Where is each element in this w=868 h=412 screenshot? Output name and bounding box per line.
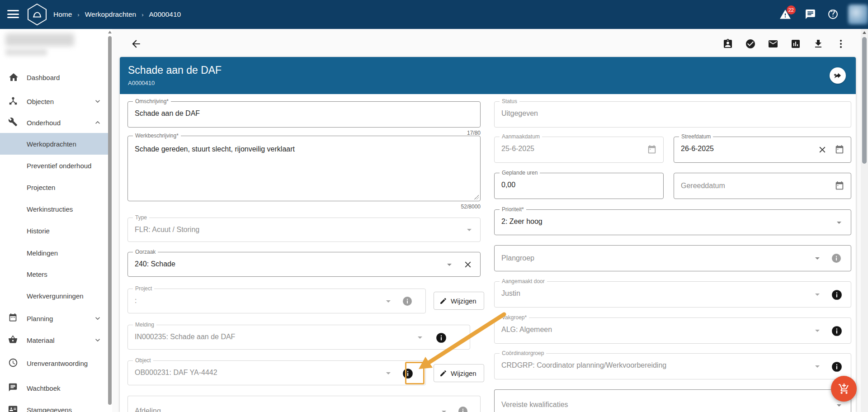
- user-avatar[interactable]: [848, 5, 868, 24]
- resize-grip-icon[interactable]: [474, 195, 479, 199]
- gereeddatum-field[interactable]: Gereeddatum: [674, 173, 851, 199]
- sidebar-scrollbar[interactable]: [108, 29, 112, 412]
- app-logo-icon[interactable]: [26, 3, 48, 28]
- scroll-up-arrow-icon[interactable]: [108, 31, 112, 33]
- forward-add-button[interactable]: [830, 67, 846, 84]
- chevron-right-icon: ›: [77, 11, 79, 18]
- sidebar-item-werkopdrachten[interactable]: Werkopdrachten: [0, 133, 108, 155]
- warning-notifications-icon[interactable]: 22: [779, 9, 791, 20]
- info-icon-disabled[interactable]: [402, 296, 413, 307]
- dropdown-caret-icon[interactable]: [812, 253, 823, 264]
- menu-icon[interactable]: [7, 10, 19, 19]
- werkbeschrijving-field[interactable]: Werkbeschrijving* Schade gereden, stuurt…: [127, 136, 481, 201]
- sidebar-item-werkinstructies[interactable]: Werkinstructies: [0, 198, 108, 220]
- breadcrumb-werkopdrachten[interactable]: Werkopdrachten: [85, 10, 136, 19]
- notification-badge: 22: [787, 5, 796, 14]
- sidebar-item-planning[interactable]: Planning: [0, 308, 108, 329]
- dropdown-caret-icon: [812, 289, 823, 300]
- sidebar-item-urenverantwoording[interactable]: Urenverantwoording: [0, 352, 108, 374]
- calendar-picker-icon[interactable]: [835, 181, 844, 191]
- scrollbar-thumb[interactable]: [108, 36, 112, 405]
- clock-icon: [8, 358, 19, 369]
- object-wijzigen-button[interactable]: Wijzigen: [434, 364, 484, 382]
- aangemaakt-door-info-icon[interactable]: [831, 289, 842, 300]
- oorzaak-select[interactable]: Oorzaak 240: Schade: [127, 252, 481, 277]
- scroll-up-arrow-icon[interactable]: [863, 31, 866, 34]
- page-scrollbar[interactable]: [861, 29, 868, 412]
- coordinatorgroep-select: Coördinatorgroep CRDGRP: Coordinator pla…: [494, 353, 851, 379]
- company-logo-redacted: [5, 33, 74, 46]
- basket-icon: [8, 335, 19, 346]
- topbar: Home › Werkopdrachten › A0000410 22: [0, 0, 868, 29]
- object-select: Object OB000231: DAF YA-4442: [127, 360, 426, 385]
- wrench-icon: [8, 117, 19, 128]
- melding-info-icon[interactable]: [435, 332, 446, 343]
- status-field: Status Uitgegeven: [494, 101, 851, 128]
- info-icon-disabled[interactable]: [831, 253, 842, 264]
- info-icon-disabled[interactable]: [458, 406, 468, 412]
- app-root: Home › Werkopdrachten › A0000410 22 Da: [0, 0, 868, 412]
- company-logo-redacted: [5, 49, 47, 56]
- chat-bubble-icon: [8, 383, 19, 393]
- workorder-number: A0000410: [128, 80, 155, 86]
- vakgroep-select: Vakgroep* ALG: Algemeen: [494, 317, 851, 344]
- sidebar-item-wachtboek[interactable]: Wachtboek: [0, 377, 108, 399]
- vakgroep-info-icon[interactable]: [831, 325, 842, 336]
- sidebar-item-preventief-onderhoud[interactable]: Preventief onderhoud: [0, 155, 108, 176]
- detail-toolbar: [722, 38, 846, 49]
- streefdatum-field[interactable]: Streefdatum 26-6-2025: [674, 137, 851, 163]
- coordinatorgroep-info-icon[interactable]: [831, 361, 842, 372]
- sidebar-item-historie[interactable]: Historie: [0, 220, 108, 242]
- vereiste-kwalificaties-select[interactable]: Vereiste kwalificaties: [494, 389, 851, 412]
- geplande-uren-field[interactable]: Geplande uren 0,00: [494, 173, 664, 199]
- type-select: Type FLR: Acuut / Storing: [127, 218, 481, 242]
- more-vert-icon[interactable]: [835, 38, 846, 49]
- prioriteit-select[interactable]: Prioriteit* 2: Zeer hoog: [494, 209, 851, 235]
- scrollbar-thumb[interactable]: [862, 37, 867, 164]
- clear-icon[interactable]: [817, 145, 827, 155]
- chart-icon[interactable]: [790, 38, 801, 49]
- breadcrumb: Home › Werkopdrachten › A0000410: [53, 0, 181, 29]
- sidebar-item-werkvergunningen[interactable]: Werkvergunningen: [0, 285, 108, 307]
- dropdown-caret-icon: [439, 406, 449, 412]
- add-shopping-cart-fab[interactable]: [831, 376, 857, 402]
- sidebar-item-onderhoud[interactable]: Onderhoud: [0, 112, 108, 133]
- sidebar-item-meters[interactable]: Meters: [0, 263, 108, 285]
- objects-hub-icon: [8, 96, 19, 107]
- calendar-picker-icon[interactable]: [835, 145, 844, 155]
- sidebar-item-projecten[interactable]: Projecten: [0, 176, 108, 198]
- help-icon[interactable]: [827, 9, 839, 20]
- dropdown-caret-icon: [383, 296, 394, 307]
- chevron-down-icon: [93, 97, 102, 106]
- clear-icon[interactable]: [463, 260, 473, 270]
- check-circle-icon[interactable]: [745, 38, 756, 49]
- chat-icon[interactable]: [805, 9, 816, 20]
- plangroep-select[interactable]: Plangroep: [494, 245, 851, 271]
- mail-icon[interactable]: [768, 38, 778, 49]
- dropdown-caret-icon[interactable]: [834, 217, 844, 228]
- breadcrumb-current: A0000410: [149, 10, 181, 19]
- back-arrow-icon[interactable]: [130, 38, 142, 50]
- aangemaakt-door-select: Aangemaakt door Justin: [494, 281, 851, 308]
- contact-card-icon[interactable]: [722, 38, 733, 49]
- sidebar-item-objecten[interactable]: Objecten: [0, 90, 108, 112]
- chevron-down-icon: [93, 314, 102, 323]
- project-select: Project :: [127, 289, 426, 313]
- sidebar-item-stamgegevens[interactable]: Stamgegevens: [0, 399, 108, 412]
- sidebar-item-meldingen[interactable]: Meldingen: [0, 242, 108, 264]
- home-icon: [8, 72, 19, 83]
- page-title: Schade aan de DAF: [128, 64, 222, 76]
- download-icon[interactable]: [813, 38, 824, 49]
- main-content: Schade aan de DAF A0000410 Omschrijving*…: [112, 29, 861, 412]
- chevron-down-icon: [93, 336, 102, 345]
- sidebar: Dashboard Objecten Onderhoud Werkopdrach…: [0, 29, 112, 412]
- object-info-icon[interactable]: [402, 368, 413, 379]
- calendar-picker-icon: [647, 145, 657, 155]
- omschrijving-field[interactable]: Omschrijving* Schade aan de DAF: [127, 101, 481, 128]
- sidebar-item-materiaal[interactable]: Materiaal: [0, 329, 108, 351]
- sidebar-item-dashboard[interactable]: Dashboard: [0, 66, 108, 88]
- project-wijzigen-button[interactable]: Wijzigen: [434, 292, 484, 310]
- dropdown-caret-icon[interactable]: [444, 259, 455, 270]
- dropdown-caret-icon: [464, 224, 475, 235]
- breadcrumb-home[interactable]: Home: [53, 10, 72, 19]
